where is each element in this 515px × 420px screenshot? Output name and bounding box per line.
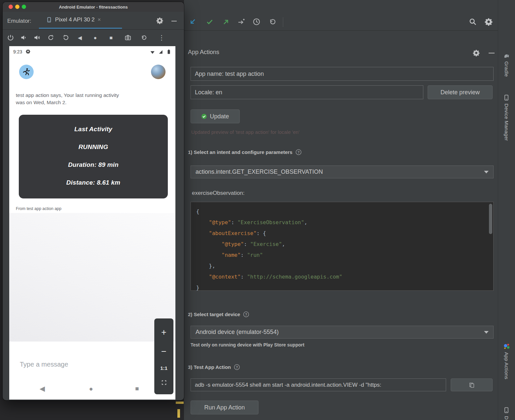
snapshot-icon[interactable] (140, 34, 147, 41)
tool-tab-device-manager[interactable]: Device Manager (499, 94, 514, 141)
panel-title: App Actions (188, 49, 219, 56)
zoom-ratio-button[interactable]: 1:1 (160, 365, 167, 371)
copy-icon (469, 382, 475, 388)
wifi-icon (150, 49, 155, 54)
locale-input[interactable]: Locale: en (191, 85, 423, 99)
tool-tab-label: Device Manager (504, 104, 509, 141)
zoom-in-button[interactable]: + (161, 327, 167, 338)
overview-icon[interactable]: ■ (109, 35, 113, 41)
test-help-icon[interactable] (234, 364, 240, 370)
tab-close-icon[interactable]: × (98, 16, 101, 23)
back-icon[interactable]: ◀ (78, 35, 82, 41)
nav-recents-icon[interactable]: ■ (135, 385, 139, 392)
emulator-minimize-icon[interactable] (171, 21, 177, 21)
settings-gear-icon[interactable] (485, 18, 493, 26)
check-icon[interactable] (206, 18, 214, 26)
step3-label: 3) Test App Action (188, 364, 240, 370)
code-line: "@type": "Exercise", (196, 239, 488, 250)
intent-dropdown[interactable]: actions.intent.GET_EXERCISE_OBSERVATION (191, 165, 494, 178)
undo-icon[interactable] (268, 18, 276, 26)
minimize-button[interactable] (15, 5, 19, 9)
gradle-icon (503, 52, 510, 59)
editor-mark (176, 402, 184, 404)
device-help-icon[interactable] (243, 311, 249, 317)
tool-tab-gradle[interactable]: Gradle (499, 52, 514, 77)
assistant-message: test app action says, Your last running … (16, 92, 119, 106)
assistant-avatar (19, 65, 34, 79)
card-line: RUNNING (78, 144, 108, 150)
intent-help-icon[interactable] (295, 149, 302, 155)
step1-label-text: 1) Select an intent and configure parame… (188, 149, 292, 155)
home-icon[interactable]: ● (94, 35, 97, 41)
tool-tab-label: App Actions (504, 352, 509, 379)
message-input[interactable]: Type a message (20, 361, 68, 368)
param-label: exerciseObservation: (192, 190, 245, 196)
device-dropdown[interactable]: Android device (emulator-5554) (191, 326, 494, 339)
assistant-message-line2: was on Wed, March 2. (16, 99, 119, 106)
json-code-box[interactable]: { "@type": "ExerciseObservation", "about… (191, 202, 494, 291)
rotate-right-icon[interactable] (63, 34, 69, 41)
code-line: "@type": "ExerciseObservation", (196, 217, 488, 228)
code-line: "@context": "http://schema.googleapis.co… (196, 271, 488, 282)
status-time: 9:23 (13, 49, 22, 54)
panel-minimize-icon[interactable] (489, 53, 495, 53)
window-titlebar: Android Emulator - fitnessactions (3, 2, 184, 12)
code-line: { (196, 206, 488, 217)
device-dropdown-value: Android device (emulator-5554) (196, 329, 279, 336)
phone-tab-icon (46, 17, 52, 23)
search-icon[interactable] (469, 18, 477, 26)
volume-down-icon[interactable] (20, 34, 27, 41)
chat-canvas (9, 213, 175, 342)
emulator-settings-gear-icon[interactable] (156, 17, 163, 24)
volume-up-icon[interactable] (34, 34, 40, 41)
panel-settings-gear-icon[interactable] (473, 49, 480, 56)
arrow-down-left-icon[interactable] (189, 18, 197, 26)
update-button[interactable]: Update (191, 109, 240, 123)
zoom-button[interactable] (22, 5, 26, 9)
source-caption: From test app action app (16, 206, 61, 211)
editor-mark (177, 409, 180, 418)
code-lines: { "@type": "ExerciseObservation", "about… (196, 206, 488, 291)
screenshot-icon[interactable] (125, 34, 131, 41)
step3-label-text: 3) Test App Action (188, 364, 231, 370)
history-clock-icon[interactable] (253, 18, 260, 26)
step1-label: 1) Select an intent and configure parame… (188, 149, 302, 155)
command-input[interactable]: adb -s emulator-5554 shell am start -a a… (191, 378, 446, 391)
rotate-left-icon[interactable] (47, 34, 54, 41)
code-line: } (196, 282, 488, 291)
user-avatar (151, 65, 166, 79)
zoom-panel: + − 1:1 (154, 318, 173, 394)
battery-icon (166, 49, 171, 54)
emulator-toolbar (3, 30, 184, 45)
zoom-fit-icon[interactable] (161, 380, 167, 385)
code-scrollbar[interactable] (489, 204, 492, 234)
copy-button[interactable] (451, 378, 493, 391)
tool-tab-app-actions[interactable]: App Actions (499, 343, 514, 379)
tool-tab-label: D (504, 416, 509, 420)
zoom-out-button[interactable]: − (161, 346, 167, 357)
card-line: Duration: 89 min (68, 162, 118, 168)
app-name-input[interactable]: App name: test app action (191, 67, 494, 81)
device-tab[interactable]: Pixel 4 API 30 2 × (46, 16, 101, 23)
delete-preview-button[interactable]: Delete preview (428, 85, 493, 99)
close-button[interactable] (9, 5, 13, 9)
tool-tab-bottom[interactable]: D (499, 407, 514, 420)
chevron-down-icon (484, 331, 489, 334)
intent-dropdown-value: actions.intent.GET_EXERCISE_OBSERVATION (196, 168, 323, 175)
card-line: Distance: 8.61 km (66, 179, 120, 186)
code-line: }, (196, 260, 488, 271)
arrow-up-right-icon[interactable] (222, 18, 230, 26)
assistant-message-line1: test app action says, Your last running … (16, 92, 119, 99)
activity-card: Last Activity RUNNING Duration: 89 min D… (19, 115, 168, 198)
nav-home-icon[interactable]: ● (89, 385, 93, 392)
step-icon[interactable] (237, 18, 245, 26)
run-app-action-button[interactable]: Run App Action (191, 401, 258, 414)
code-line: "name": "run" (196, 250, 488, 260)
power-icon[interactable] (7, 34, 14, 41)
window-title: Android Emulator - fitnessactions (59, 5, 128, 10)
more-icon[interactable]: ⋮ (158, 34, 165, 41)
card-line: Last Activity (75, 126, 112, 133)
nav-back-icon[interactable]: ◀ (40, 385, 45, 392)
step2-label: 2) Select target device (188, 311, 249, 317)
update-check-icon (201, 113, 207, 119)
